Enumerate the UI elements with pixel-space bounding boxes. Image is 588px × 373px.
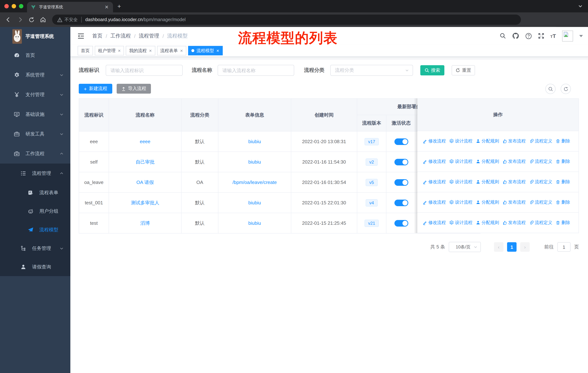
form-info-link[interactable]: biubiu bbox=[248, 220, 261, 226]
tag-process-model[interactable]: 流程模型✕ bbox=[188, 46, 222, 55]
form-info-link[interactable]: biubiu bbox=[248, 159, 261, 165]
new-tab-button[interactable]: + bbox=[117, 3, 121, 10]
assign-action[interactable]: 分配规则 bbox=[476, 138, 499, 144]
reload-icon[interactable] bbox=[28, 17, 35, 23]
delete-action[interactable]: 删除 bbox=[556, 159, 570, 165]
definition-action[interactable]: 流程定义 bbox=[529, 159, 552, 165]
active-toggle[interactable] bbox=[394, 159, 408, 165]
tag-close-icon[interactable]: ✕ bbox=[180, 49, 183, 53]
publish-action[interactable]: 发布流程 bbox=[502, 138, 526, 144]
definition-action[interactable]: 流程定义 bbox=[529, 138, 552, 144]
active-toggle[interactable] bbox=[394, 138, 408, 145]
search-button[interactable]: 搜索 bbox=[420, 65, 444, 75]
sidebar-item-infra[interactable]: 基础设施 bbox=[0, 105, 70, 124]
refresh-table-button[interactable] bbox=[561, 84, 571, 94]
create-process-button[interactable]: +新建流程 bbox=[79, 84, 112, 94]
design-action[interactable]: 设计流程 bbox=[449, 199, 472, 205]
filter-code-input[interactable] bbox=[106, 65, 183, 76]
design-action[interactable]: 设计流程 bbox=[449, 138, 472, 144]
active-toggle[interactable] bbox=[394, 220, 408, 226]
sidebar-item-task-mgmt[interactable]: 任务管理 bbox=[0, 239, 70, 258]
maximize-window-button[interactable] bbox=[19, 4, 23, 8]
sidebar-item-process-mgmt[interactable]: 流程管理 bbox=[0, 163, 70, 183]
publish-action[interactable]: 发布流程 bbox=[502, 220, 526, 226]
search-icon[interactable] bbox=[500, 33, 506, 39]
close-window-button[interactable] bbox=[4, 4, 9, 8]
publish-action[interactable]: 发布流程 bbox=[502, 199, 526, 205]
caret-down-icon[interactable] bbox=[579, 34, 583, 37]
browser-tab[interactable]: 芋道管理系统 ✕ bbox=[27, 2, 113, 12]
breadcrumb-workflow[interactable]: 工作流程 bbox=[110, 33, 131, 39]
assign-action[interactable]: 分配规则 bbox=[476, 179, 499, 185]
sidebar-item-process-form[interactable]: 流程表单 bbox=[0, 183, 70, 202]
delete-action[interactable]: 删除 bbox=[556, 138, 570, 144]
edit-action[interactable]: 修改流程 bbox=[422, 159, 446, 165]
not-secure-warning[interactable]: 不安全 bbox=[57, 17, 78, 23]
tag-tenant[interactable]: 租户管理✕ bbox=[95, 46, 124, 55]
back-icon[interactable] bbox=[5, 16, 12, 23]
fullscreen-icon[interactable] bbox=[538, 33, 544, 39]
sidebar-item-user-group[interactable]: 用户分组 bbox=[0, 202, 70, 220]
process-name-link[interactable]: eeee bbox=[140, 139, 150, 144]
sidebar-item-process-model[interactable]: 流程模型 bbox=[0, 220, 70, 239]
import-process-button[interactable]: 导入流程 bbox=[117, 84, 151, 94]
app-logo[interactable]: 芋道管理系统 bbox=[0, 27, 70, 46]
sidebar-item-devtools[interactable]: 研发工具 bbox=[0, 124, 70, 144]
sidebar-item-payment[interactable]: 支付管理 bbox=[0, 85, 70, 105]
reset-button[interactable]: 重置 bbox=[452, 65, 475, 75]
home-icon[interactable] bbox=[40, 16, 46, 23]
process-name-link[interactable]: 滔博 bbox=[140, 220, 150, 226]
tag-process-form[interactable]: 流程表单✕ bbox=[157, 46, 187, 55]
goto-page-input[interactable] bbox=[557, 242, 570, 252]
active-toggle[interactable] bbox=[394, 200, 408, 206]
breadcrumb-home[interactable]: 首页 bbox=[92, 33, 102, 39]
design-action[interactable]: 设计流程 bbox=[449, 220, 472, 226]
active-toggle[interactable] bbox=[394, 179, 408, 186]
process-name-link[interactable]: 自己审批 bbox=[136, 159, 155, 164]
delete-action[interactable]: 删除 bbox=[556, 220, 570, 226]
form-info-link[interactable]: biubiu bbox=[248, 200, 261, 205]
form-info-link[interactable]: biubiu bbox=[248, 139, 261, 144]
design-action[interactable]: 设计流程 bbox=[449, 179, 472, 185]
minimize-window-button[interactable] bbox=[12, 4, 16, 8]
collapse-sidebar-icon[interactable] bbox=[78, 33, 84, 39]
definition-action[interactable]: 流程定义 bbox=[529, 220, 552, 226]
filter-name-input[interactable] bbox=[218, 65, 294, 76]
delete-action[interactable]: 删除 bbox=[556, 179, 570, 185]
forward-icon[interactable] bbox=[17, 16, 23, 23]
next-page-button[interactable]: › bbox=[520, 242, 530, 252]
tag-my-process[interactable]: 我的流程✕ bbox=[126, 46, 155, 55]
address-bar[interactable]: 不安全 dashboard.yudao.iocoder.cn/bpm/manag… bbox=[52, 15, 521, 25]
sidebar-item-leave-query[interactable]: 请假查询 bbox=[0, 258, 70, 276]
design-action[interactable]: 设计流程 bbox=[449, 159, 472, 165]
avatar[interactable] bbox=[562, 30, 573, 41]
tab-search-chevron-icon[interactable] bbox=[578, 4, 583, 9]
page-number-1[interactable]: 1 bbox=[507, 242, 516, 252]
sidebar-item-system[interactable]: 系统管理 bbox=[0, 65, 70, 85]
assign-action[interactable]: 分配规则 bbox=[476, 199, 499, 205]
edit-action[interactable]: 修改流程 bbox=[422, 179, 446, 185]
form-info-link[interactable]: /bpm/oa/leave/create bbox=[232, 180, 277, 185]
definition-action[interactable]: 流程定义 bbox=[529, 179, 552, 185]
delete-action[interactable]: 删除 bbox=[556, 199, 570, 205]
assign-action[interactable]: 分配规则 bbox=[476, 220, 499, 226]
tag-close-icon[interactable]: ✕ bbox=[216, 49, 219, 53]
edit-action[interactable]: 修改流程 bbox=[422, 199, 446, 205]
publish-action[interactable]: 发布流程 bbox=[502, 159, 526, 165]
tag-home[interactable]: 首页 bbox=[78, 46, 93, 55]
sidebar-item-home[interactable]: 首页 bbox=[0, 46, 70, 65]
font-size-icon[interactable]: TT bbox=[550, 33, 556, 39]
filter-category-select[interactable]: 流程分类 bbox=[330, 65, 413, 76]
help-icon[interactable] bbox=[525, 33, 532, 39]
tag-close-icon[interactable]: ✕ bbox=[118, 49, 121, 53]
edit-action[interactable]: 修改流程 bbox=[422, 220, 446, 226]
definition-action[interactable]: 流程定义 bbox=[529, 199, 552, 205]
tab-close-icon[interactable]: ✕ bbox=[104, 4, 109, 10]
process-name-link[interactable]: 测试多审批人 bbox=[131, 200, 159, 205]
prev-page-button[interactable]: ‹ bbox=[494, 242, 504, 252]
sidebar-item-workflow[interactable]: 工作流程 bbox=[0, 144, 70, 163]
edit-action[interactable]: 修改流程 bbox=[422, 138, 446, 144]
publish-action[interactable]: 发布流程 bbox=[502, 179, 526, 185]
process-name-link[interactable]: OA 请假 bbox=[136, 179, 154, 185]
github-icon[interactable] bbox=[512, 32, 519, 39]
